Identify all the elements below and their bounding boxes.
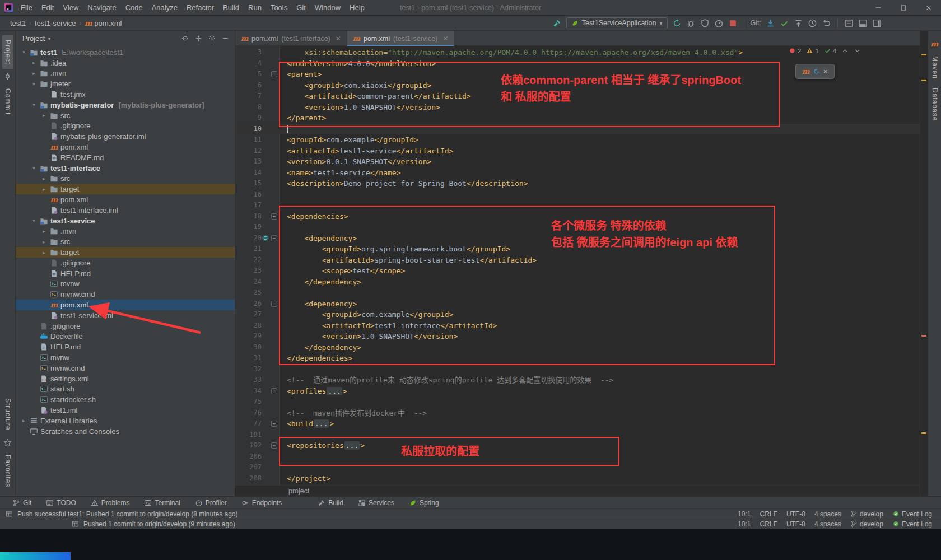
tree-row-.idea[interactable]: ▸.idea [16,58,235,68]
maven-icon[interactable]: m [930,40,939,48]
code-line-76[interactable]: 76<!-- maven插件发布到docker中 --> [235,408,920,419]
line-number[interactable]: 19 [235,222,263,233]
line-number[interactable]: 32 [235,364,263,375]
passed-indicator[interactable]: 4 [824,47,836,54]
tree-row-mybatis-plus-generator.iml[interactable]: mybatis-plus-generator.iml [16,131,235,142]
editor-tab--test1-interface-[interactable]: mpom.xml(test1-interface)✕ [235,31,347,46]
git-push-button[interactable] [794,18,803,28]
line-number[interactable]: 33 [235,375,263,386]
build-project-button[interactable] [552,18,562,28]
menu-edit[interactable]: Edit [37,0,58,16]
line-number[interactable]: 206 [235,451,263,463]
star-icon[interactable] [3,438,12,447]
tree-row-.gitignore[interactable]: .gitignore [16,121,235,132]
line-number[interactable]: 14 [235,167,263,179]
line-number[interactable]: 11 [235,134,263,146]
chevron-collapsed-icon[interactable]: ▸ [40,113,48,118]
tree-row-pom.xml[interactable]: mpom.xml [16,142,235,152]
line-number[interactable]: 15 [235,178,263,189]
status-event-log[interactable]: Event Log [892,520,932,528]
code-line-9[interactable]: 9</parent> [235,113,920,124]
tree-row-dockerfile[interactable]: Dockerfile [16,332,235,342]
chevron-expanded-icon[interactable]: ▾ [30,218,38,223]
tree-row-startdocker.sh[interactable]: startdocker.sh [16,394,235,405]
code-line-32[interactable]: 32 [235,364,920,375]
errors-indicator[interactable]: 2 [789,47,801,54]
code-line-192[interactable]: 192+<repositories...> [235,440,920,451]
line-number[interactable]: 4 [235,58,263,69]
tool-button-spring[interactable]: Spring [409,499,439,507]
tool-button-terminal[interactable]: Terminal [144,499,180,507]
code-line-25[interactable]: 25 [235,287,920,298]
tree-row-mvnw[interactable]: mvnw [16,279,235,290]
status-caret-position[interactable]: 10:1 [738,520,751,528]
tree-row-help.md[interactable]: HELP.md [16,342,235,352]
rerun-button[interactable] [672,18,682,28]
maven-changed-icon[interactable] [262,234,269,242]
tool-button-favorites[interactable]: Favorites [2,450,13,492]
gear-button[interactable] [208,35,216,42]
status-git-branch[interactable]: develop [850,520,883,528]
line-number[interactable]: 16 [235,189,263,200]
breadcrumb-test1[interactable]: test1 [10,19,26,27]
stop-button[interactable] [728,18,738,28]
maximize-button[interactable] [891,0,916,15]
close-button[interactable] [916,0,941,15]
line-number[interactable]: 18 [235,211,263,222]
tree-row-test1-service[interactable]: ▾test1-service [16,216,235,226]
code-line-12[interactable]: 12<artifactId>test1-service</artifactId> [235,146,920,157]
tool-button-services[interactable]: Services [358,499,394,507]
tree-row-scratches-and-consoles[interactable]: Scratches and Consoles [16,426,235,437]
line-number[interactable]: 12 [235,146,263,157]
tool-button-endpoints[interactable]: Endpoints [241,499,282,507]
git-check-button[interactable] [780,18,789,28]
breadcrumb-test1-service[interactable]: test1-service [35,19,76,27]
fold-collapse-icon[interactable]: − [271,235,277,241]
line-number[interactable]: 31 [235,353,263,364]
code-line-34[interactable]: 34+<profiles...> [235,386,920,397]
tree-row-target[interactable]: ▸target [16,247,235,258]
tool-window-switcher-icon[interactable] [6,510,13,517]
code-line-75[interactable]: 75 [235,396,920,408]
tree-row-src[interactable]: ▸src [16,236,235,247]
line-number[interactable]: 24 [235,277,263,288]
fold-collapse-icon[interactable]: − [271,301,277,307]
editor[interactable]: 3 xsi:schemaLocation="http://maven.apach… [235,46,920,485]
next-problem-icon[interactable] [854,47,861,54]
fold-expand-icon[interactable]: + [271,442,277,449]
tree-row-target[interactable]: ▸target [16,184,235,194]
tree-row-help.md[interactable]: HELP.md [16,268,235,279]
tree-row-mvnw[interactable]: mvnw [16,352,235,363]
status-encoding[interactable]: UTF-8 [786,510,805,518]
minimize-button[interactable] [865,0,891,15]
line-number[interactable]: 207 [235,462,263,473]
code-line-23[interactable]: 23 <scope>test</scope> [235,265,920,277]
menu-code[interactable]: Code [121,0,147,16]
line-number[interactable]: 8 [235,102,263,113]
tree-row-mvnw.cmd[interactable]: mvnw.cmd [16,289,235,300]
line-number[interactable]: 7 [235,91,263,102]
close-icon[interactable]: × [823,68,828,75]
layout-bottom-button[interactable] [858,18,868,28]
tree-row-.mvn[interactable]: ▸.mvn [16,68,235,79]
status-encoding[interactable]: UTF-8 [786,520,805,528]
status-line-separator[interactable]: CRLF [760,510,777,518]
menu-run[interactable]: Run [244,0,266,16]
code-line-28[interactable]: 28 <artifactId>test1-interface</artifact… [235,320,920,332]
tree-row-test1-interface[interactable]: ▾test1-interface [16,163,235,174]
tree-row-jmeter[interactable]: ▾jmeter [16,78,235,89]
line-number[interactable]: 26 [235,298,263,310]
tool-button-commit[interactable]: Commit [2,84,13,119]
code-line-33[interactable]: 33<!-- 通过maven的profile来 动态修改spring的profi… [235,375,920,386]
line-number[interactable]: 30 [235,342,263,353]
tree-row-external-libraries[interactable]: ▸External Libraries [16,416,235,426]
status-indent[interactable]: 4 spaces [814,510,841,518]
target-locate-button[interactable] [181,35,189,42]
code-line-208[interactable]: 208</project> [235,473,920,484]
code-line-15[interactable]: 15<description>Demo project for Spring B… [235,178,920,189]
fold-expand-icon[interactable]: + [271,388,277,394]
layout-right-button[interactable] [872,18,882,28]
tool-button-problems[interactable]: Problems [91,499,130,507]
code-line-22[interactable]: 22 <artifactId>spring-boot-starter-test<… [235,255,920,266]
warning-tick[interactable] [921,80,926,81]
